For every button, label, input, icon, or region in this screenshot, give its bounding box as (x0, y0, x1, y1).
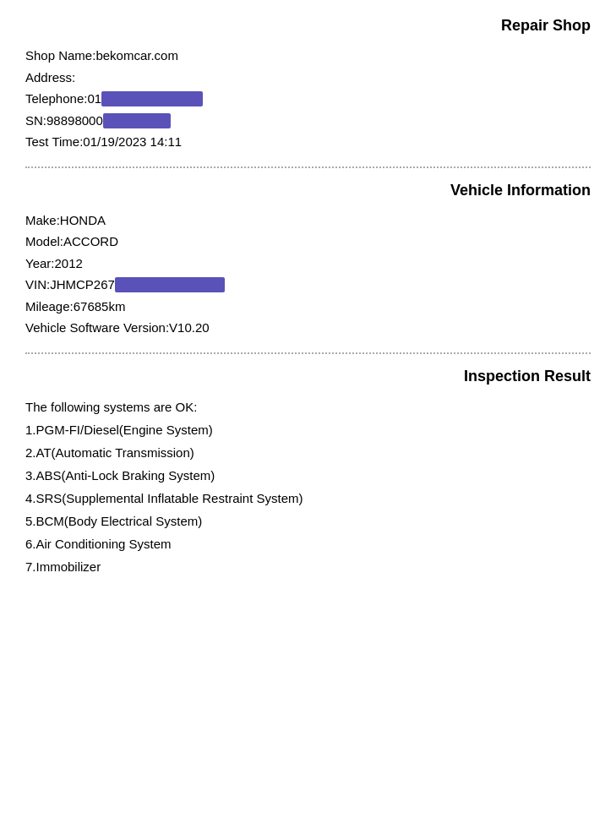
inspection-result-section: Inspection Result The following systems … (25, 368, 591, 578)
list-item: 1.PGM-FI/Diesel(Engine System) (25, 418, 591, 441)
list-item: 7.Immobilizer (25, 555, 591, 578)
telephone-label: Telephone: (25, 91, 87, 106)
make-label: Make: (25, 213, 60, 227)
telephone-redacted (101, 91, 203, 106)
telephone-visible: 01 (87, 91, 101, 106)
telephone-line: Telephone:01 (25, 88, 591, 110)
sn-redacted (103, 113, 171, 128)
model-value: ACCORD (63, 234, 118, 248)
vehicle-info-title: Vehicle Information (25, 182, 591, 199)
vin-line: VIN:JHMCP267 (25, 274, 591, 296)
divider-2 (25, 352, 591, 354)
vin-label: VIN: (25, 277, 50, 292)
repair-shop-section: Repair Shop Shop Name:bekomcar.com Addre… (25, 17, 591, 153)
shop-name-label: Shop Name: (25, 48, 95, 63)
test-time-line: Test Time:01/19/2023 14:11 (25, 131, 591, 153)
sn-line: SN:98898000 (25, 110, 591, 132)
make-line: Make:HONDA (25, 210, 591, 232)
repair-shop-body: Shop Name:bekomcar.com Address: Telephon… (25, 45, 591, 153)
sn-label: SN: (25, 113, 46, 128)
mileage-label: Mileage: (25, 299, 74, 314)
page: Repair Shop Shop Name:bekomcar.com Addre… (0, 0, 616, 840)
software-value: V10.20 (169, 320, 210, 335)
list-item: 3.ABS(Anti-Lock Braking System) (25, 464, 591, 487)
year-value: 2012 (54, 256, 82, 270)
inspection-result-title: Inspection Result (25, 368, 591, 385)
test-time-label: Test Time: (25, 134, 83, 149)
list-item: 6.Air Conditioning System (25, 532, 591, 555)
address-label: Address: (25, 70, 75, 85)
software-label: Vehicle Software Version: (25, 320, 169, 335)
test-time-value: 01/19/2023 14:11 (83, 134, 182, 149)
software-line: Vehicle Software Version:V10.20 (25, 317, 591, 339)
year-line: Year:2012 (25, 253, 591, 275)
mileage-line: Mileage:67685km (25, 296, 591, 318)
list-item: 2.AT(Automatic Transmission) (25, 441, 591, 464)
vin-redacted (115, 277, 225, 292)
list-item: 5.BCM(Body Electrical System) (25, 510, 591, 532)
model-label: Model: (25, 234, 63, 248)
year-label: Year: (25, 256, 54, 270)
model-line: Model:ACCORD (25, 231, 591, 253)
sn-visible: 98898000 (46, 113, 103, 128)
inspection-result-body: The following systems are OK: 1.PGM-FI/D… (25, 395, 591, 578)
shop-name-value: bekomcar.com (95, 48, 178, 63)
vehicle-info-body: Make:HONDA Model:ACCORD Year:2012 VIN:JH… (25, 210, 591, 339)
list-item: 4.SRS(Supplemental Inflatable Restraint … (25, 487, 591, 510)
repair-shop-title: Repair Shop (25, 17, 591, 35)
make-value: HONDA (60, 213, 106, 227)
divider-1 (25, 166, 591, 168)
vehicle-info-section: Vehicle Information Make:HONDA Model:ACC… (25, 182, 591, 339)
shop-name-line: Shop Name:bekomcar.com (25, 45, 591, 67)
mileage-value: 67685km (74, 299, 126, 314)
vin-visible: JHMCP267 (50, 277, 115, 292)
address-line: Address: (25, 67, 591, 89)
inspection-systems-list: 1.PGM-FI/Diesel(Engine System)2.AT(Autom… (25, 418, 591, 578)
ok-intro: The following systems are OK: (25, 395, 591, 418)
